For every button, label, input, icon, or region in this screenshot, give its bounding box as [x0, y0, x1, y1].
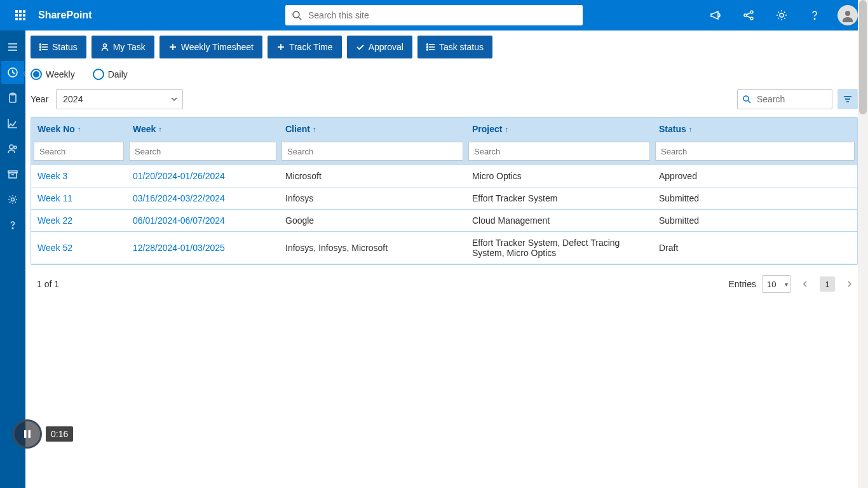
year-select[interactable]: 2024 [56, 89, 183, 109]
sort-up-icon: ↑ [689, 125, 693, 133]
nav-clipboard-icon[interactable] [1, 86, 24, 109]
share-icon[interactable] [733, 0, 764, 30]
brand-title: SharePoint [38, 10, 92, 21]
user-avatar[interactable] [837, 5, 858, 25]
check-icon [356, 43, 365, 51]
view-weekly-radio[interactable]: Weekly [31, 69, 75, 80]
my-task-label: My Task [113, 42, 146, 52]
action-toolbar: Status My Task Weekly Timesheet Track Ti… [31, 36, 858, 58]
sort-up-icon: ↑ [505, 125, 508, 133]
cell-project: Micro Optics [466, 165, 653, 187]
weekly-timesheet-label: Weekly Timesheet [181, 42, 254, 52]
sort-up-icon: ↑ [78, 125, 81, 133]
table-search-input[interactable] [737, 89, 832, 109]
plus-icon [276, 43, 285, 51]
nav-help-icon[interactable] [1, 214, 24, 236]
svg-rect-45 [24, 430, 27, 438]
svg-point-0 [293, 11, 299, 18]
col-week[interactable]: Week↑ [126, 118, 279, 140]
svg-point-28 [40, 49, 41, 50]
col-project[interactable]: Project↑ [466, 118, 653, 140]
weekly-timesheet-button[interactable]: Weekly Timesheet [159, 36, 262, 58]
scrollbar[interactable] [858, 0, 868, 488]
video-time: 0:16 [46, 426, 73, 442]
page-current[interactable]: 1 [820, 276, 835, 292]
cell-week-no[interactable]: Week 11 [31, 187, 126, 209]
cell-week[interactable]: 01/20/2024-01/26/2024 [126, 165, 279, 187]
megaphone-icon[interactable] [700, 0, 731, 30]
svg-point-26 [40, 44, 41, 45]
svg-point-40 [743, 96, 749, 101]
cell-client: Google [279, 210, 466, 231]
cell-week-no[interactable]: Week 52 [31, 237, 126, 259]
nav-settings-icon[interactable] [1, 188, 24, 211]
svg-point-39 [426, 49, 428, 50]
status-label: Status [52, 42, 78, 52]
radio-off-icon [93, 69, 104, 80]
svg-point-4 [750, 17, 753, 20]
nav-chart-icon[interactable] [1, 112, 24, 135]
my-task-button[interactable]: My Task [92, 36, 154, 58]
person-icon [100, 43, 109, 51]
svg-point-7 [780, 13, 783, 17]
global-search-input[interactable] [285, 5, 583, 25]
svg-rect-46 [29, 430, 31, 438]
cell-week[interactable]: 06/01/2024-06/07/2024 [126, 210, 279, 231]
filter-week-no[interactable] [34, 142, 124, 161]
svg-line-6 [747, 16, 750, 18]
settings-icon[interactable] [766, 0, 797, 30]
filter-button[interactable] [837, 89, 858, 109]
plus-icon [168, 43, 177, 51]
svg-point-37 [426, 44, 428, 45]
filter-project[interactable] [468, 142, 650, 161]
col-status[interactable]: Status↑ [653, 118, 857, 140]
table-row[interactable]: Week 5212/28/2024-01/03/2025Infosys, Inf… [31, 232, 857, 264]
svg-point-17 [14, 146, 17, 149]
search-icon [742, 95, 751, 104]
task-status-button[interactable]: Task status [417, 36, 492, 58]
list-icon [426, 43, 435, 51]
filter-status[interactable] [655, 142, 855, 161]
table-row[interactable]: Week 1103/16/2024-03/22/2024InfosysEffor… [31, 187, 857, 210]
video-overlay: 0:16 [13, 419, 73, 449]
scrollbar-thumb[interactable] [859, 0, 867, 114]
radio-on-icon [31, 69, 42, 80]
cell-week-no[interactable]: Week 3 [31, 165, 126, 187]
filter-client[interactable] [281, 142, 463, 161]
cell-status: Submitted [653, 187, 857, 209]
col-client[interactable]: Client↑ [279, 118, 466, 140]
nav-archive-icon[interactable] [1, 163, 24, 186]
cell-week[interactable]: 03/16/2024-03/22/2024 [126, 187, 279, 209]
svg-point-16 [10, 145, 13, 149]
cell-client: Infosys, Infosys, Microsoft [279, 237, 466, 259]
help-icon[interactable] [799, 0, 830, 30]
filter-icon [843, 94, 853, 104]
table-row[interactable]: Week 2206/01/2024-06/07/2024GoogleCloud … [31, 210, 857, 232]
list-icon [39, 43, 48, 51]
filter-week[interactable] [129, 142, 276, 161]
svg-rect-19 [9, 173, 17, 178]
view-daily-radio[interactable]: Daily [93, 69, 128, 80]
page-prev[interactable] [797, 276, 813, 292]
nav-users-icon[interactable] [1, 137, 24, 160]
entries-select[interactable]: 10 ▾ [763, 275, 790, 293]
col-week-no[interactable]: Week No↑ [31, 118, 126, 140]
app-launcher[interactable] [5, 0, 36, 30]
svg-line-5 [747, 13, 750, 15]
svg-line-41 [748, 100, 750, 103]
svg-line-1 [299, 17, 301, 20]
table-row[interactable]: Week 301/20/2024-01/26/2024MicrosoftMicr… [31, 165, 857, 187]
hamburger-icon[interactable] [1, 36, 24, 58]
entries-value: 10 [763, 275, 790, 293]
cell-week-no[interactable]: Week 22 [31, 210, 126, 231]
nav-timesheet-icon[interactable] [1, 61, 24, 84]
page-next[interactable] [841, 276, 858, 292]
approval-button[interactable]: Approval [347, 36, 412, 58]
status-button[interactable]: Status [31, 36, 86, 58]
svg-point-27 [40, 46, 41, 48]
daily-label: Daily [108, 69, 128, 79]
pause-button[interactable] [13, 419, 42, 449]
svg-point-22 [12, 227, 13, 229]
track-time-button[interactable]: Track Time [268, 36, 342, 58]
cell-week[interactable]: 12/28/2024-01/03/2025 [126, 237, 279, 259]
